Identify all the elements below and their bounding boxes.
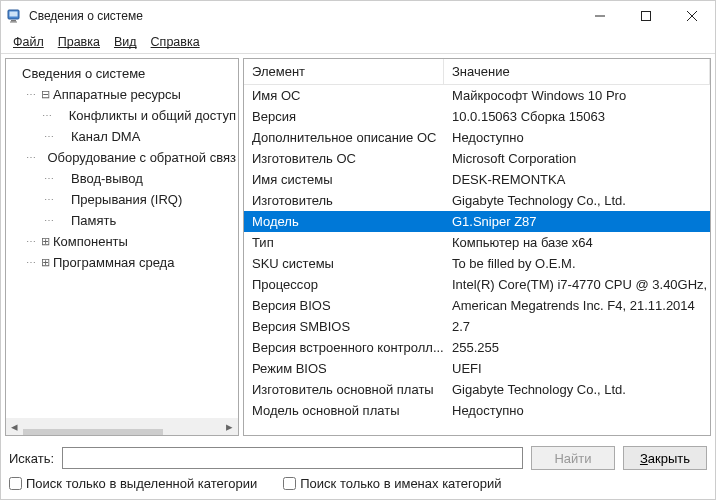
tree-item[interactable]: ⋯Канал DMA [8,126,236,147]
menubar: Файл Правка Вид Справка [1,31,715,53]
tree-item-label: Канал DMA [71,129,140,144]
tree-item-label: Прерывания (IRQ) [71,192,182,207]
cell-value: American Megatrends Inc. F4, 21.11.2014 [444,298,710,313]
tree-pane: Сведения о системе⋯⊟Аппаратные ресурсы⋯К… [5,58,239,436]
checkbox-selected-category[interactable]: Поиск только в выделенной категории [9,476,257,491]
tree-connector-icon: ⋯ [42,110,53,121]
column-header-element[interactable]: Элемент [244,59,444,84]
cell-element: Процессор [244,277,444,292]
checkbox-row: Поиск только в выделенной категории Поис… [9,476,707,491]
close-window-button[interactable]: Закрыть [623,446,707,470]
table-body[interactable]: Имя ОСМайкрософт Windows 10 ProВерсия10.… [244,85,710,435]
tree-connector-icon: ⋯ [44,194,55,205]
close-button[interactable] [669,1,715,31]
tree-connector-icon: ⋯ [44,215,55,226]
search-label: Искать: [9,451,54,466]
tree-item-label: Ввод-вывод [71,171,143,186]
tree-item[interactable]: ⋯⊟Аппаратные ресурсы [8,84,236,105]
table-row[interactable]: Версия BIOSAmerican Megatrends Inc. F4, … [244,295,710,316]
maximize-button[interactable] [623,1,669,31]
titlebar: Сведения о системе [1,1,715,31]
cell-value: Майкрософт Windows 10 Pro [444,88,710,103]
collapse-icon[interactable]: ⊟ [39,88,51,101]
cell-value: Gigabyte Technology Co., Ltd. [444,382,710,397]
cell-element: Версия встроенного контролл... [244,340,444,355]
svg-rect-1 [10,12,18,17]
column-header-value[interactable]: Значение [444,59,710,84]
table-row[interactable]: Версия10.0.15063 Сборка 15063 [244,106,710,127]
cell-value: G1.Sniper Z87 [444,214,710,229]
menu-file[interactable]: Файл [7,33,50,51]
tree-item-label: Аппаратные ресурсы [53,87,181,102]
table-row[interactable]: ИзготовительGigabyte Technology Co., Ltd… [244,190,710,211]
table-row[interactable]: Версия встроенного контролл...255.255 [244,337,710,358]
cell-value: Недоступно [444,403,710,418]
table-row[interactable]: ТипКомпьютер на базе x64 [244,232,710,253]
cell-value: DESK-REMONTKA [444,172,710,187]
scroll-right-icon[interactable]: ▸ [221,418,238,435]
table-pane: Элемент Значение Имя ОСМайкрософт Window… [243,58,711,436]
tree-item[interactable]: ⋯⊞Программная среда [8,252,236,273]
table-row[interactable]: Модель основной платыНедоступно [244,400,710,421]
table-row[interactable]: МодельG1.Sniper Z87 [244,211,710,232]
menu-view[interactable]: Вид [108,33,143,51]
cell-element: Версия SMBIOS [244,319,444,334]
tree-connector-icon: ⋯ [26,236,37,247]
menu-edit[interactable]: Правка [52,33,106,51]
horizontal-scrollbar[interactable]: ◂ ▸ [6,418,238,435]
cell-element: Изготовитель ОС [244,151,444,166]
cell-element: Режим BIOS [244,361,444,376]
table-row[interactable]: Дополнительное описание ОСНедоступно [244,127,710,148]
tree-item-label: Память [71,213,116,228]
tree-connector-icon: ⋯ [26,89,37,100]
tree-item[interactable]: ⋯Ввод-вывод [8,168,236,189]
tree-item[interactable]: ⋯⊞Компоненты [8,231,236,252]
checkbox-category-names-label: Поиск только в именах категорий [300,476,501,491]
tree-item-label: Сведения о системе [22,66,145,81]
table-row[interactable]: Версия SMBIOS2.7 [244,316,710,337]
tree-connector-icon: ⋯ [44,173,55,184]
expand-icon[interactable]: ⊞ [39,256,51,269]
svg-rect-3 [10,22,17,23]
table-row[interactable]: Режим BIOSUEFI [244,358,710,379]
minimize-button[interactable] [577,1,623,31]
search-input[interactable] [62,447,523,469]
cell-value: Microsoft Corporation [444,151,710,166]
table-row[interactable]: Имя системыDESK-REMONTKA [244,169,710,190]
tree-item-label: Программная среда [53,255,174,270]
table-row[interactable]: SKU системыTo be filled by O.E.M. [244,253,710,274]
cell-element: Дополнительное описание ОС [244,130,444,145]
tree-item[interactable]: ⋯Оборудование с обратной связ [8,147,236,168]
expand-icon[interactable]: ⊞ [39,235,51,248]
find-button[interactable]: Найти [531,446,615,470]
table-row[interactable]: Изготовитель ОСMicrosoft Corporation [244,148,710,169]
svg-rect-2 [11,20,16,22]
cell-element: Версия [244,109,444,124]
cell-value: To be filled by O.E.M. [444,256,710,271]
checkbox-selected-category-input[interactable] [9,477,22,490]
cell-element: Модель основной платы [244,403,444,418]
checkbox-category-names-input[interactable] [283,477,296,490]
table-row[interactable]: ПроцессорIntel(R) Core(TM) i7-4770 CPU @… [244,274,710,295]
search-row: Искать: Найти Закрыть [9,446,707,470]
checkbox-category-names[interactable]: Поиск только в именах категорий [283,476,501,491]
checkbox-selected-category-label: Поиск только в выделенной категории [26,476,257,491]
table-row[interactable]: Имя ОСМайкрософт Windows 10 Pro [244,85,710,106]
cell-value: Gigabyte Technology Co., Ltd. [444,193,710,208]
tree-item[interactable]: ⋯Конфликты и общий доступ [8,105,236,126]
tree-item[interactable]: ⋯Память [8,210,236,231]
content-area: Сведения о системе⋯⊟Аппаратные ресурсы⋯К… [1,53,715,440]
cell-value: 2.7 [444,319,710,334]
tree-item[interactable]: Сведения о системе [8,63,236,84]
tree-item-label: Компоненты [53,234,128,249]
table-row[interactable]: Изготовитель основной платыGigabyte Tech… [244,379,710,400]
cell-value: Intel(R) Core(TM) i7-4770 CPU @ 3.40GHz, [444,277,710,292]
cell-element: Имя ОС [244,88,444,103]
tree-connector-icon: ⋯ [26,257,37,268]
app-icon [7,8,23,24]
scroll-left-icon[interactable]: ◂ [6,418,23,435]
cell-element: Тип [244,235,444,250]
window-controls [577,1,715,31]
tree-item[interactable]: ⋯Прерывания (IRQ) [8,189,236,210]
menu-help[interactable]: Справка [145,33,206,51]
